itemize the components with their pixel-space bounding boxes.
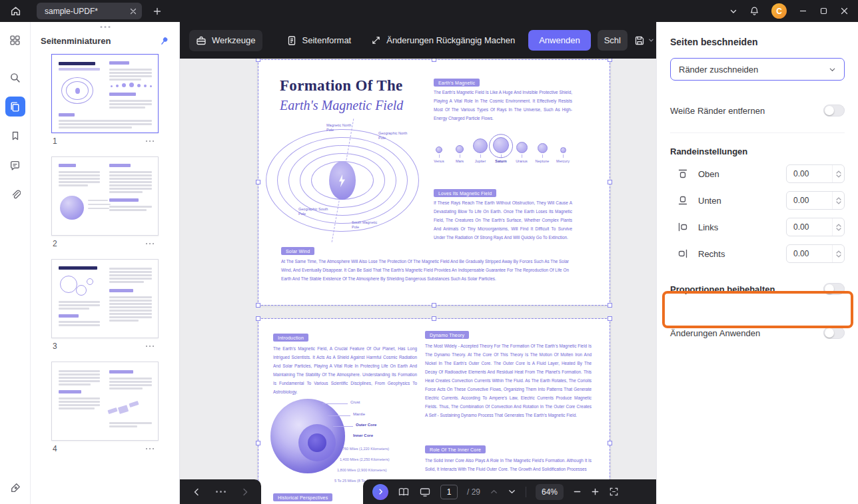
document-tab[interactable]: sample-UPDF* <box>37 3 142 19</box>
notifications-bell-icon[interactable] <box>749 6 759 16</box>
thumbnail-item-3: 3 <box>51 259 159 351</box>
chevron-down-icon <box>829 66 836 73</box>
stepper <box>832 218 844 236</box>
highlight-annotation-rectangle <box>662 291 853 328</box>
new-tab-button[interactable] <box>153 7 162 16</box>
selection-handle[interactable] <box>432 316 436 321</box>
page-number-input[interactable] <box>440 485 458 499</box>
plus-icon <box>153 7 162 16</box>
apply-label: Anwenden <box>539 35 580 45</box>
apply-button[interactable]: Anwenden <box>528 30 590 51</box>
bookmark-icon[interactable] <box>5 126 25 146</box>
pin-icon[interactable] <box>157 34 171 48</box>
pdf-page-1[interactable]: Formation Of The Earth's Magnetic Field … <box>258 60 610 305</box>
save-icon <box>634 35 645 46</box>
keep-proportions-toggle[interactable] <box>823 283 845 295</box>
selection-handle[interactable] <box>432 59 436 62</box>
zoom-level-button[interactable]: 64% <box>536 484 564 500</box>
save-dropdown-chevron-icon[interactable] <box>648 37 654 43</box>
selection-handle[interactable] <box>256 316 260 321</box>
stepper-up-icon[interactable] <box>836 250 841 254</box>
stepper-down-icon[interactable] <box>836 201 841 204</box>
thumbnail-menu-dots[interactable] <box>144 241 157 247</box>
comments-icon[interactable] <box>5 155 25 175</box>
selection-handle[interactable] <box>608 441 612 445</box>
next-page-chevron-icon[interactable] <box>508 487 516 496</box>
nav-chevron-right-icon[interactable] <box>240 487 250 497</box>
fit-to-screen-icon[interactable] <box>609 487 619 497</box>
tools-button[interactable]: Werkzeuge <box>189 30 262 51</box>
pdf-page-1-selection[interactable]: Formation Of The Earth's Magnetic Field … <box>258 60 610 305</box>
document-canvas[interactable]: Formation Of The Earth's Magnetic Field … <box>180 59 656 504</box>
home-icon <box>10 5 21 17</box>
margin-value-input[interactable] <box>787 196 827 205</box>
margin-settings-heading: Randeinstellungen <box>670 146 845 156</box>
layer-label: Crust <box>350 400 360 404</box>
selection-handle[interactable] <box>608 59 612 62</box>
previous-page-chevron-icon[interactable] <box>490 487 498 496</box>
zoom-in-icon[interactable] <box>591 487 600 496</box>
minimize-button[interactable] <box>799 7 807 15</box>
layer-measurement: 1,800 Miles (2,900 Kilometers) <box>337 468 387 472</box>
reader-mode-icon[interactable] <box>398 486 410 498</box>
selection-handle[interactable] <box>256 59 260 62</box>
selection-handle[interactable] <box>608 316 612 321</box>
undo-changes-button[interactable]: Änderungen Rückgängig Machen <box>364 30 522 51</box>
attachment-icon[interactable] <box>5 184 25 204</box>
selection-handle[interactable] <box>256 180 260 184</box>
page-thumbnail[interactable] <box>51 259 159 338</box>
margin-value-input[interactable] <box>787 249 827 258</box>
page-thumbnail[interactable] <box>51 156 159 236</box>
close-panel-button[interactable]: Schl <box>598 30 628 51</box>
crop-mode-dropdown[interactable]: Ränder zuschneiden <box>670 58 845 81</box>
signature-pen-icon[interactable] <box>5 477 25 497</box>
tab-close-icon[interactable] <box>130 8 137 15</box>
remove-white-margins-toggle[interactable] <box>823 105 845 117</box>
page-thumbnails-icon[interactable] <box>5 97 25 117</box>
apply-changes-toggle[interactable] <box>823 327 845 339</box>
home-button[interactable] <box>0 0 31 22</box>
nav-chevron-left-icon[interactable] <box>192 487 201 497</box>
panel-drag-handle[interactable] <box>100 26 110 28</box>
tools-label: Werkzeuge <box>212 35 256 45</box>
selection-handle[interactable] <box>256 441 260 445</box>
stepper-up-icon[interactable] <box>836 197 841 200</box>
planet-jupiter: Jupiter <box>470 133 490 163</box>
search-icon[interactable] <box>5 67 25 87</box>
stepper-down-icon[interactable] <box>836 228 841 231</box>
avatar[interactable]: C <box>771 3 787 19</box>
maximize-button[interactable] <box>819 7 828 15</box>
titlebar-right: C <box>729 3 858 19</box>
thumbnail-menu-dots[interactable] <box>144 446 157 452</box>
margin-value-input[interactable] <box>787 169 827 178</box>
selection-handle[interactable] <box>432 303 436 308</box>
stepper-up-icon[interactable] <box>836 224 841 227</box>
selection-handle[interactable] <box>256 303 260 308</box>
selection-handle[interactable] <box>608 303 612 308</box>
thumbnail-menu-dots[interactable] <box>144 138 157 144</box>
selection-handle[interactable] <box>608 180 612 184</box>
close-button[interactable] <box>840 7 849 15</box>
save-button[interactable] <box>634 35 654 46</box>
margin-value-input[interactable] <box>787 222 827 232</box>
thumbnail-item-1: 1 <box>51 54 159 146</box>
nav-more-dots[interactable] <box>216 491 226 493</box>
page-thumbnail[interactable] <box>51 362 159 441</box>
stepper-up-icon[interactable] <box>836 170 841 174</box>
apps-grid-icon[interactable] <box>5 30 25 50</box>
pdf-page-2-selection[interactable]: Introduction The Earth's Magnetic Field,… <box>258 319 610 504</box>
thumbnail-page-number: 3 <box>53 342 57 351</box>
page-format-button[interactable]: Seitenformat <box>280 30 358 51</box>
crop-panel-title: Seiten beschneiden <box>670 37 845 47</box>
stepper-down-icon[interactable] <box>836 254 841 258</box>
planet-neptune: Neptune <box>532 133 552 163</box>
collapse-chevron-icon[interactable] <box>729 7 737 15</box>
stepper-down-icon[interactable] <box>836 174 841 178</box>
margin-row-bottom: Unten <box>670 191 845 210</box>
page-thumbnail[interactable] <box>51 54 159 133</box>
expand-panel-button[interactable] <box>372 484 388 500</box>
pdf-page-2[interactable]: Introduction The Earth's Magnetic Field,… <box>258 319 610 504</box>
thumbnail-menu-dots[interactable] <box>144 344 157 350</box>
zoom-out-icon[interactable] <box>573 487 582 496</box>
display-mode-icon[interactable] <box>419 486 431 498</box>
